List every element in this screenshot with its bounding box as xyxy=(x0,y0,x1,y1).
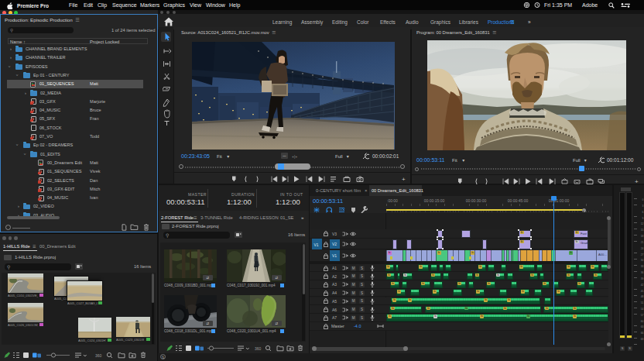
svg-text:360: 360 xyxy=(255,346,262,351)
svg-text:360: 360 xyxy=(95,353,102,358)
